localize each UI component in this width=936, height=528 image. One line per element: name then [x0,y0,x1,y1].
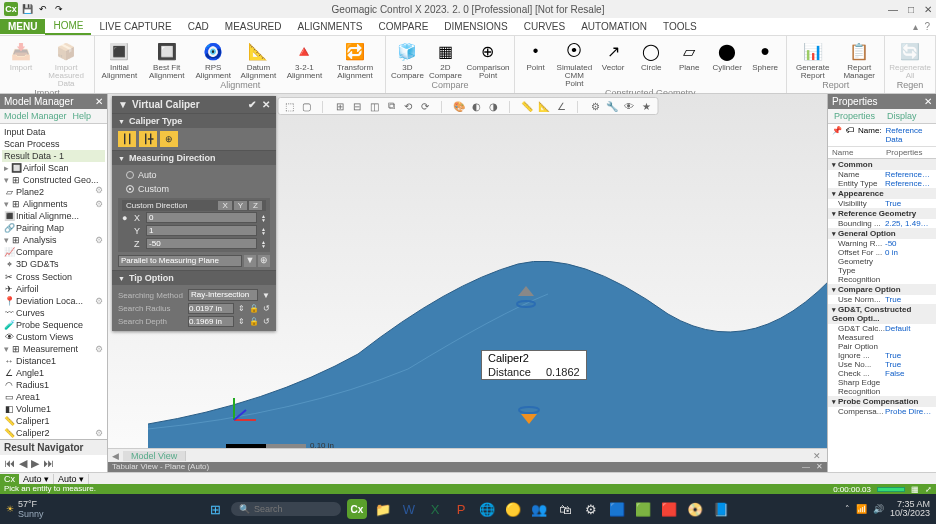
ribbon-rps-alignment-button[interactable]: 🧿RPS Alignment [194,38,233,80]
prop-group-gd-t-constructed-geom-opti-[interactable]: GD&T, Constructed Geom Opti... [828,304,936,324]
ribbon-simulated-cmm-point-button[interactable]: ⦿Simulated CMM Point [557,38,593,88]
tree-volume1[interactable]: ◧Volume1 [2,403,105,415]
view-tool-18-icon[interactable]: ⚙ [588,99,602,113]
ribbon-point-button[interactable]: •Point [519,38,553,88]
caliper-type-1[interactable]: ┃┃ [118,131,136,147]
tree-caliper2[interactable]: 📏Caliper2⚙ [2,427,105,439]
tab-model-manager[interactable]: Model Manager [4,111,67,121]
axis-y-button[interactable]: Y [234,201,247,210]
prop-row[interactable]: Check ...False [828,369,936,378]
parallel-pick-icon[interactable]: ⊕ [258,255,270,267]
tab-help[interactable]: Help [73,111,92,121]
caliper-type-2[interactable]: ┃╋ [139,131,157,147]
search-radius-reset-icon[interactable]: ↺ [263,304,270,313]
tree-3d-gd-ts[interactable]: ⌖3D GD&Ts [2,258,105,271]
view-tool-19-icon[interactable]: 🔧 [605,99,619,113]
ribbon-tab-cad[interactable]: CAD [180,19,217,34]
ribbon-transform-alignment-button[interactable]: 🔁Transform Alignment [329,38,382,80]
ribbon-tab-curves[interactable]: CURVES [516,19,574,34]
view-tool-7-icon[interactable]: ⟲ [401,99,415,113]
ribbon-sphere-button[interactable]: ●Sphere [748,38,782,88]
axis-z-button[interactable]: Z [249,201,262,210]
ribbon-initial-alignment-button[interactable]: 🔳Initial Alignment [99,38,139,80]
prop-row[interactable]: Warning R...-50 [828,239,936,248]
view-tool-8-icon[interactable]: ⟳ [418,99,432,113]
taskbar-app-edge[interactable]: 🌐 [477,499,497,519]
nav-last-icon[interactable]: ⏭ [43,457,54,470]
status-app-icon[interactable]: Cx [0,474,19,484]
tree-distance1[interactable]: ↔Distance1 [2,355,105,367]
view-triad[interactable] [226,392,262,430]
tree-pairing-map[interactable]: 🔗Pairing Map [2,222,105,234]
caliper-collapse-icon[interactable]: ▼ [118,99,128,110]
ribbon-tab-tools[interactable]: TOOLS [655,19,705,34]
coord-x-spinner[interactable]: ▲▼ [261,214,266,222]
tab-model-view[interactable]: Model View [123,451,186,461]
tree-alignments[interactable]: ▾⊞Alignments⚙ [2,198,105,210]
taskbar-app-store[interactable]: 🛍 [555,499,575,519]
tree-scan-process[interactable]: Scan Process [2,138,105,150]
prop-row[interactable]: Measured Pair Option [828,333,936,351]
taskbar-app-cx[interactable]: Cx [347,499,367,519]
taskbar-weather[interactable]: ☀ 57°FSunny [6,499,44,519]
ribbon-vector-button[interactable]: ↗Vector [596,38,630,88]
status-icon-1[interactable]: ▦ [911,485,919,494]
status-auto2[interactable]: Auto ▾ [54,474,89,484]
tip-option-header[interactable]: Tip Option [112,271,276,285]
ribbon-3d-compare-button[interactable]: 🧊3D Compare [390,38,424,80]
tree-caliper1[interactable]: 📏Caliper1 [2,415,105,427]
tree-custom-views[interactable]: 👁Custom Views [2,331,105,343]
prop-group-reference-geometry[interactable]: Reference Geometry [828,208,936,219]
radio-custom[interactable]: Custom [118,182,270,196]
viewport-status-close[interactable]: ✕ [816,462,823,472]
prop-row[interactable]: Sharp Edge Recognition [828,378,936,396]
tree-deviation-loca-[interactable]: 📍Deviation Loca...⚙ [2,295,105,307]
taskbar-app-other4[interactable]: 📀 [685,499,705,519]
tree-airfoil-scan[interactable]: ▸🔲Airfoil Scan [2,162,105,174]
caliper-ok-icon[interactable]: ✔ [248,99,256,110]
caliper-type-3[interactable]: ⊕ [160,131,178,147]
tab-display[interactable]: Display [881,109,923,123]
taskbar-app-teams[interactable]: 👥 [529,499,549,519]
ribbon-minimize-icon[interactable]: ▴ [913,21,918,32]
tree-angle1[interactable]: ∠Angle1 [2,367,105,379]
prop-row[interactable]: VisibilityTrue [828,199,936,208]
ribbon-help-icon[interactable]: ? [924,21,930,32]
search-depth-spinner[interactable]: ⇕ [238,317,245,326]
tree-result-data-1[interactable]: Result Data - 1 [2,150,105,162]
tree-analysis[interactable]: ▾⊞Analysis⚙ [2,234,105,246]
qat-undo-icon[interactable]: ↶ [36,2,50,16]
view-tool-1-icon[interactable]: ▢ [299,99,313,113]
ribbon-tab-live-capture[interactable]: LIVE CAPTURE [91,19,179,34]
taskbar-app-chrome[interactable]: 🟡 [503,499,523,519]
prop-row[interactable]: Bounding ...2.25, 1.4975, 4... [828,219,936,228]
ribbon-circle-button[interactable]: ◯Circle [634,38,668,88]
tree-curves[interactable]: 〰Curves [2,307,105,319]
view-tool-21-icon[interactable]: ★ [639,99,653,113]
radio-auto[interactable]: Auto [118,168,270,182]
parallel-dropdown-icon[interactable]: ▼ [244,255,256,267]
view-tool-0-icon[interactable]: ⬚ [282,99,296,113]
tree-compare[interactable]: 📈Compare [2,246,105,258]
ribbon-3-2-1-alignment-button[interactable]: 🔺3-2-1 Alignment [284,38,324,80]
taskbar-app-other3[interactable]: 🟥 [659,499,679,519]
view-tool-10-icon[interactable]: 🎨 [452,99,466,113]
virtual-caliper-dialog[interactable]: ▼ Virtual Caliper ✔ ✕ Caliper Type ┃┃ ┃╋… [112,96,276,331]
ribbon-tab-dimensions[interactable]: DIMENSIONS [436,19,515,34]
tray-wifi-icon[interactable]: 📶 [856,504,867,514]
coord-z-input[interactable] [146,238,257,249]
prop-row[interactable]: Entity TypeReference Data [828,179,936,188]
ribbon-cylinder-button[interactable]: ⬤Cylinder [710,38,744,88]
ribbon-report-manager-button[interactable]: 📋Report Manager [838,38,880,80]
taskbar-search-input[interactable] [254,504,324,514]
tab-properties[interactable]: Properties [828,109,881,123]
maximize-button[interactable]: □ [908,4,914,15]
taskbar-app-explorer[interactable]: 📁 [373,499,393,519]
search-depth-lock-icon[interactable]: 🔒 [249,317,259,326]
prop-group-common[interactable]: Common [828,159,936,170]
coord-y-input[interactable] [146,225,257,236]
prop-group-appearence[interactable]: Appearence [828,188,936,199]
view-tool-6-icon[interactable]: ⧉ [384,99,398,113]
qat-save-icon[interactable]: 💾 [20,2,34,16]
view-tool-4-icon[interactable]: ⊟ [350,99,364,113]
